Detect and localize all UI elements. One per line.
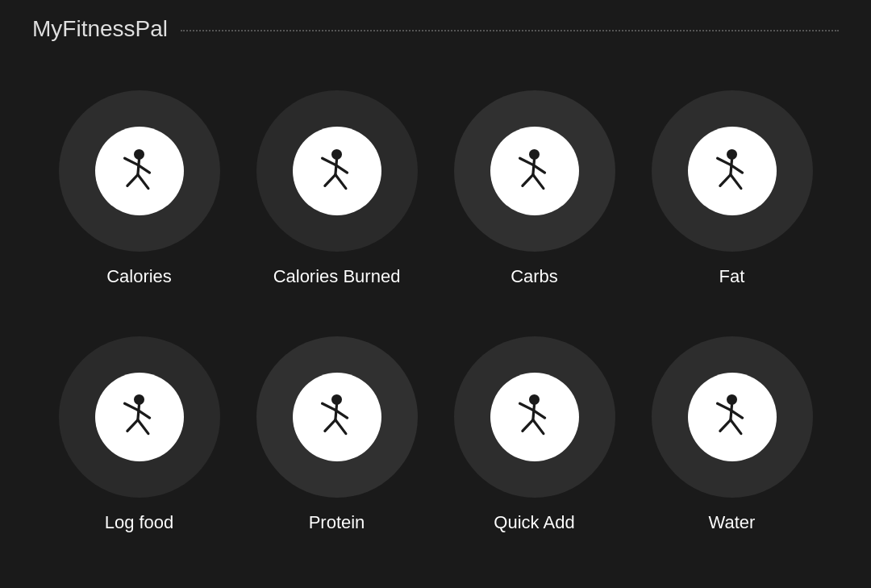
svg-point-36 <box>529 394 540 405</box>
svg-line-4 <box>127 174 138 186</box>
fitness-icon-carbs <box>508 145 561 198</box>
grid-item-quick-add[interactable]: Quick Add <box>444 320 625 550</box>
svg-line-11 <box>335 174 346 188</box>
outer-circle-calories-burned <box>256 90 418 252</box>
inner-circle-fat <box>688 127 777 215</box>
svg-line-14 <box>520 158 533 165</box>
svg-point-0 <box>134 149 144 160</box>
app-header: MyFitnessPal <box>0 0 871 50</box>
svg-line-8 <box>323 158 335 165</box>
grid-item-fat[interactable]: Fat <box>641 74 823 304</box>
svg-line-47 <box>731 420 741 434</box>
svg-line-17 <box>533 174 544 188</box>
item-label-quick-add: Quick Add <box>494 512 574 533</box>
svg-line-34 <box>325 420 335 432</box>
svg-line-32 <box>323 404 335 411</box>
item-label-protein: Protein <box>309 512 365 533</box>
grid-item-log-food[interactable]: Log food <box>48 320 230 550</box>
svg-line-22 <box>720 174 731 186</box>
inner-circle-calories <box>95 127 184 215</box>
item-label-carbs: Carbs <box>511 266 558 287</box>
shortcuts-grid: Calories <box>0 50 871 573</box>
svg-point-24 <box>134 394 144 405</box>
svg-line-2 <box>125 158 138 165</box>
svg-line-38 <box>520 404 533 411</box>
svg-point-30 <box>331 394 342 405</box>
svg-line-44 <box>718 404 731 411</box>
item-label-log-food: Log food <box>105 512 174 533</box>
fitness-icon-protein <box>310 390 363 443</box>
item-label-calories: Calories <box>106 266 172 287</box>
fitness-icon-fat <box>706 145 758 198</box>
grid-item-calories[interactable]: Calories <box>48 74 230 304</box>
svg-line-5 <box>138 174 148 188</box>
grid-item-water[interactable]: Water <box>641 320 823 550</box>
fitness-icon-log-food <box>113 390 165 443</box>
svg-line-16 <box>523 174 533 186</box>
inner-circle-quick-add <box>490 373 579 461</box>
outer-circle-protein <box>256 336 418 498</box>
svg-line-46 <box>720 420 731 432</box>
fitness-icon-quick-add <box>508 390 561 443</box>
app-title: MyFitnessPal <box>32 16 168 42</box>
svg-line-28 <box>127 420 138 432</box>
inner-circle-carbs <box>490 127 579 215</box>
svg-line-26 <box>125 404 138 411</box>
inner-circle-calories-burned <box>293 127 381 215</box>
outer-circle-water <box>652 336 813 498</box>
svg-line-23 <box>731 174 741 188</box>
inner-circle-protein <box>293 373 381 461</box>
svg-point-12 <box>529 149 540 160</box>
grid-item-carbs[interactable]: Carbs <box>444 74 625 304</box>
outer-circle-log-food <box>59 336 220 498</box>
svg-line-40 <box>523 420 533 432</box>
svg-line-29 <box>138 420 148 434</box>
grid-item-calories-burned[interactable]: Calories Burned <box>246 74 427 304</box>
header-divider <box>181 30 839 31</box>
inner-circle-water <box>688 373 777 461</box>
fitness-icon-calories <box>113 145 165 198</box>
svg-line-10 <box>325 174 335 186</box>
grid-item-protein[interactable]: Protein <box>246 320 427 550</box>
outer-circle-quick-add <box>454 336 615 498</box>
inner-circle-log-food <box>95 373 184 461</box>
fitness-icon-water <box>706 390 758 443</box>
svg-point-18 <box>727 149 737 160</box>
svg-point-42 <box>727 394 737 405</box>
item-label-calories-burned: Calories Burned <box>273 266 401 287</box>
fitness-icon-calories-burned <box>310 145 363 198</box>
outer-circle-calories <box>59 90 220 252</box>
item-label-fat: Fat <box>719 266 745 287</box>
item-label-water: Water <box>709 512 756 533</box>
svg-line-35 <box>335 420 346 434</box>
svg-line-41 <box>533 420 544 434</box>
svg-line-20 <box>718 158 731 165</box>
svg-point-6 <box>331 149 342 160</box>
outer-circle-carbs <box>454 90 615 252</box>
outer-circle-fat <box>652 90 813 252</box>
